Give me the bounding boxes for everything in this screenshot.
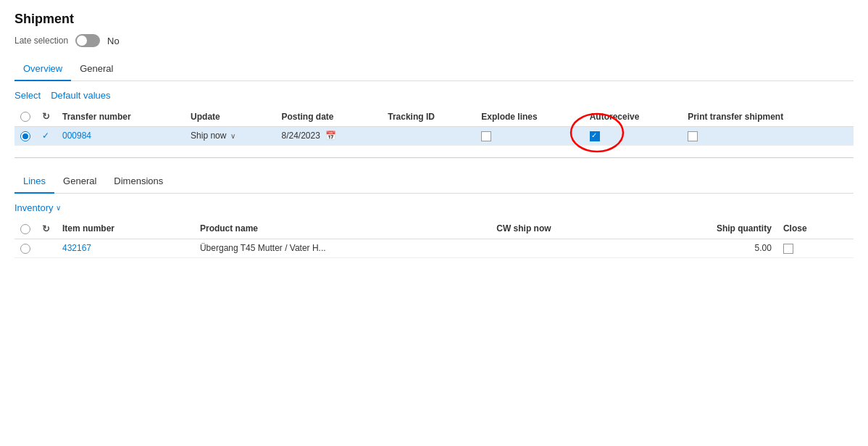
col-header-update: Update	[185, 107, 275, 127]
col-header-explode-lines: Explode lines	[475, 107, 583, 127]
header-radio[interactable]	[20, 112, 30, 122]
inventory-toolbar: Inventory ∨	[14, 202, 854, 213]
lower-row-close	[777, 239, 854, 257]
lower-row-radio-cell	[14, 239, 36, 257]
lower-table-row: 432167 Übergang T45 Mutter / Vater H... …	[14, 239, 854, 257]
section-divider	[14, 157, 854, 158]
item-number-link[interactable]: 432167	[62, 243, 91, 253]
lower-header-radio[interactable]	[20, 224, 30, 234]
col-header-print-transfer-shipment: Print transfer shipment	[682, 107, 854, 127]
tab-overview[interactable]: Overview	[14, 57, 71, 81]
default-values-link[interactable]: Default values	[51, 90, 110, 101]
col-header-refresh: ↻	[36, 107, 57, 127]
lower-grid: ↻ Item number Product name CW ship now S…	[14, 219, 854, 258]
lower-col-header-product-name: Product name	[194, 219, 491, 239]
toggle-knob	[77, 36, 87, 46]
autoreceive-checkbox[interactable]	[590, 131, 600, 141]
calendar-icon[interactable]: 📅	[325, 131, 336, 141]
lower-col-header-refresh: ↻	[36, 219, 57, 239]
tab-general-upper[interactable]: General	[71, 57, 122, 81]
col-header-posting-date: Posting date	[275, 107, 382, 127]
lower-col-header-ship-quantity: Ship quantity	[633, 219, 777, 239]
print-transfer-shipment-checkbox[interactable]	[688, 131, 698, 141]
tab-dimensions[interactable]: Dimensions	[105, 170, 172, 194]
col-header-check	[14, 107, 36, 127]
refresh-icon[interactable]: ↻	[42, 111, 50, 122]
col-header-autoreceive: Autoreceive	[584, 107, 683, 127]
row-radio[interactable]	[20, 131, 30, 141]
lower-refresh-icon[interactable]: ↻	[42, 223, 50, 234]
lower-row-cw-ship-now[interactable]	[491, 239, 633, 257]
upper-grid: ↻ Transfer number Update Posting date Tr…	[14, 107, 854, 146]
col-header-tracking-id: Tracking ID	[382, 107, 475, 127]
col-header-transfer-number: Transfer number	[57, 107, 185, 127]
select-link[interactable]: Select	[14, 90, 41, 101]
tab-general-lower[interactable]: General	[54, 170, 105, 194]
inventory-chevron-icon[interactable]: ∨	[56, 204, 61, 212]
late-selection-label: Late selection	[14, 36, 68, 46]
lower-row-refresh-cell	[36, 239, 57, 257]
row-print-transfer-shipment	[682, 127, 854, 146]
explode-lines-checkbox[interactable]	[481, 131, 491, 141]
row-explode-lines	[475, 127, 583, 146]
lower-row-radio[interactable]	[20, 244, 30, 254]
lower-col-header-item-number: Item number	[57, 219, 194, 239]
bottom-section: Lines General Dimensions Inventory ∨ ↻ I…	[14, 170, 854, 258]
transfer-number-link[interactable]: 000984	[62, 131, 91, 141]
table-row: ✓ 000984 Ship now ∨ 8/24/2023 📅	[14, 127, 854, 146]
late-selection-value: No	[107, 36, 120, 46]
lower-col-header-cw-ship-now: CW ship now	[491, 219, 633, 239]
tab-lines[interactable]: Lines	[14, 170, 54, 194]
late-selection-toggle[interactable]	[75, 34, 100, 47]
ship-quantity-value: 5.00	[755, 243, 772, 253]
page-title: Shipment	[14, 12, 854, 27]
upper-toolbar: Select Default values	[14, 90, 854, 101]
close-checkbox[interactable]	[783, 244, 793, 254]
row-radio-cell	[14, 127, 36, 146]
posting-date-value: 8/24/2023	[281, 131, 320, 141]
lower-col-header-check	[14, 219, 36, 239]
lower-row-ship-quantity: 5.00	[633, 239, 777, 257]
lower-col-header-close: Close	[777, 219, 854, 239]
lower-tabs: Lines General Dimensions	[14, 170, 854, 194]
row-transfer-number: 000984	[57, 127, 185, 146]
row-checkmark-icon: ✓	[42, 131, 49, 141]
inventory-label[interactable]: Inventory	[14, 202, 53, 213]
row-checkmark-cell: ✓	[36, 127, 57, 146]
lower-row-product-name: Übergang T45 Mutter / Vater H...	[194, 239, 491, 257]
row-update: Ship now ∨	[185, 127, 275, 146]
row-posting-date: 8/24/2023 📅	[275, 127, 382, 146]
lower-row-item-number: 432167	[57, 239, 194, 257]
update-value: Ship now	[191, 131, 226, 141]
row-autoreceive	[584, 127, 683, 146]
upper-tabs: Overview General	[14, 57, 854, 81]
update-dropdown-icon[interactable]: ∨	[230, 132, 235, 140]
row-tracking-id[interactable]	[382, 127, 475, 146]
